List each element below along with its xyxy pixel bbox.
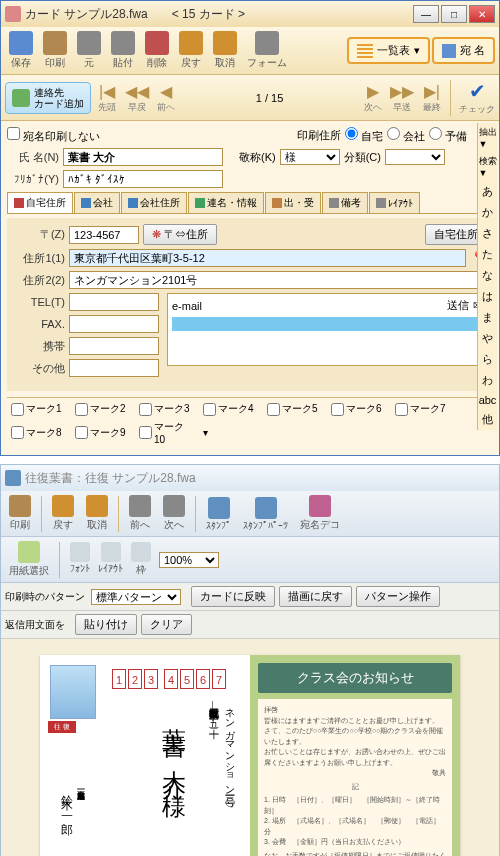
kana-他[interactable]: 他 xyxy=(482,409,493,430)
取消-button[interactable]: 取消 xyxy=(209,29,241,72)
kana-ら[interactable]: ら xyxy=(482,349,493,370)
元-button[interactable]: 元 xyxy=(73,29,105,72)
minimize-button[interactable]: — xyxy=(413,5,439,23)
kana-ま[interactable]: ま xyxy=(482,307,493,328)
cat-select[interactable] xyxy=(385,149,445,165)
addr1-field[interactable] xyxy=(69,249,466,267)
contact-add-button[interactable]: 連絡先 カード追加 xyxy=(5,82,91,114)
kana-な[interactable]: な xyxy=(482,265,493,286)
name-field[interactable] xyxy=(63,148,223,166)
tab-5[interactable]: 備考 xyxy=(322,192,368,213)
tb2-宛名デコ[interactable]: 宛名デコ xyxy=(296,493,344,534)
furi-field[interactable] xyxy=(63,170,223,188)
mark-7-check[interactable]: マーク7 xyxy=(395,402,451,416)
kana-や[interactable]: や xyxy=(482,328,493,349)
kana-わ[interactable]: わ xyxy=(482,370,493,391)
mark-9-check[interactable]: マーク9 xyxy=(75,420,131,445)
削除-button[interactable]: 削除 xyxy=(141,29,173,72)
kana-は[interactable]: は xyxy=(482,286,493,307)
保存-button[interactable]: 保存 xyxy=(5,29,37,72)
window-title: カード サンプル28.fwa < 15 カード > xyxy=(25,6,413,23)
radio-home[interactable]: 自宅 xyxy=(345,127,383,144)
paper-select-button[interactable]: 用紙選択 xyxy=(5,539,53,580)
tab-3[interactable]: 連名・情報 xyxy=(188,192,264,213)
close-button[interactable]: ✕ xyxy=(469,5,495,23)
tb2-取消[interactable]: 取消 xyxy=(82,493,112,534)
addr2-field[interactable] xyxy=(69,271,487,289)
mark-10-check[interactable]: マーク10 xyxy=(139,420,195,445)
stamp xyxy=(50,665,96,719)
tb3-描画に戻す[interactable]: 描画に戻す xyxy=(279,586,352,607)
tb2-前へ[interactable]: 前へ xyxy=(125,493,155,534)
tb2b-ﾚｲｱｳﾄ[interactable]: ﾚｲｱｳﾄ xyxy=(94,540,127,579)
tb2-ｽﾀﾝﾌﾟ[interactable]: ｽﾀﾝﾌﾟ xyxy=(202,495,235,533)
tab-1[interactable]: 会社 xyxy=(74,192,120,213)
postcard-address-side: 往 復 1234567 東京都千代田区葉町三―五―十二 ネンガマンション二一〇一… xyxy=(40,655,250,856)
tb2b-ﾌｫﾝﾄ[interactable]: ﾌｫﾝﾄ xyxy=(66,540,94,579)
mark-dropdown[interactable]: ▾ xyxy=(203,420,223,445)
email-select-row[interactable] xyxy=(172,317,482,331)
tb2-印刷[interactable]: 印刷 xyxy=(5,493,35,534)
title-select[interactable]: 様 xyxy=(280,149,340,165)
fax-field[interactable] xyxy=(69,315,159,333)
tb2-ｽﾀﾝﾌﾟﾊﾟｰﾂ[interactable]: ｽﾀﾝﾌﾟﾊﾟｰﾂ xyxy=(239,495,292,533)
tb2-戻す[interactable]: 戻す xyxy=(48,493,78,534)
search-button[interactable]: 検索▼ xyxy=(479,152,497,181)
view-list-button[interactable]: 一覧表▾ xyxy=(347,37,430,64)
nav-check[interactable]: ✔チェック xyxy=(459,79,495,116)
tab-2[interactable]: 会社住所 xyxy=(121,192,187,213)
tb2b-枠[interactable]: 枠 xyxy=(127,540,155,579)
radio-reserve[interactable]: 予備 xyxy=(429,127,467,144)
mark-3-check[interactable]: マーク3 xyxy=(139,402,195,416)
pattern-select[interactable]: 標準パターン xyxy=(91,589,181,605)
nav-first[interactable]: |◀先頭 xyxy=(97,82,117,114)
email-list[interactable] xyxy=(172,333,482,361)
mark-8-check[interactable]: マーク8 xyxy=(11,420,67,445)
view-name-button[interactable]: 宛 名 xyxy=(432,37,495,64)
zip-4: 5 xyxy=(180,669,194,689)
印刷-button[interactable]: 印刷 xyxy=(39,29,71,72)
kana-あ[interactable]: あ xyxy=(482,181,493,202)
nav-fwd[interactable]: ▶▶早送 xyxy=(388,82,416,114)
other-field[interactable] xyxy=(69,359,159,377)
tab-0[interactable]: 自宅住所 xyxy=(7,192,73,213)
tb2-次へ[interactable]: 次へ xyxy=(159,493,189,534)
tel-field[interactable] xyxy=(69,293,159,311)
mark-5-check[interactable]: マーク5 xyxy=(267,402,323,416)
tab-6[interactable]: ﾚｲｱｳﾄ xyxy=(369,192,420,213)
戻す-button[interactable]: 戻す xyxy=(175,29,207,72)
mark-1-check[interactable]: マーク1 xyxy=(11,402,67,416)
nav-next[interactable]: ▶次へ xyxy=(364,82,382,114)
layout-window: 往復葉書：往復 サンプル28.fwa 印刷戻す取消前へ次へｽﾀﾝﾌﾟｽﾀﾝﾌﾟﾊ… xyxy=(0,464,500,856)
tb3-カードに反映[interactable]: カードに反映 xyxy=(191,586,275,607)
addr2-label: 住所2(2) xyxy=(13,273,65,288)
kana-た[interactable]: た xyxy=(482,244,493,265)
nav-last[interactable]: ▶|最終 xyxy=(422,82,442,114)
tb4-クリア[interactable]: クリア xyxy=(141,614,192,635)
main-toolbar: 保存印刷元貼付削除戻す取消フォーム一覧表▾宛 名 xyxy=(1,27,499,75)
mark-2-check[interactable]: マーク2 xyxy=(75,402,131,416)
toolbar-3: 印刷時のパターン 標準パターン カードに反映描画に戻すパターン操作 xyxy=(1,583,499,611)
tb3-パターン操作[interactable]: パターン操作 xyxy=(356,586,440,607)
zip-lookup-button[interactable]: ❋ 〒⇔住所 xyxy=(143,224,217,245)
tab-4[interactable]: 出・受 xyxy=(265,192,321,213)
nav-back[interactable]: ◀前へ xyxy=(157,82,175,114)
zip-field[interactable] xyxy=(69,226,139,244)
no-print-check[interactable]: 宛名印刷しない xyxy=(7,127,100,144)
kana-か[interactable]: か xyxy=(482,202,493,223)
zoom-select[interactable]: 100% xyxy=(159,552,219,568)
mark-6-check[interactable]: マーク6 xyxy=(331,402,387,416)
nav-prev[interactable]: ◀◀早戻 xyxy=(123,82,151,114)
フォーム-button[interactable]: フォーム xyxy=(243,29,291,72)
postcard[interactable]: 往 復 1234567 東京都千代田区葉町三―五―十二 ネンガマンション二一〇一… xyxy=(40,655,460,856)
maximize-button[interactable]: □ xyxy=(441,5,467,23)
mark-4-check[interactable]: マーク4 xyxy=(203,402,259,416)
tb4-貼り付け[interactable]: 貼り付け xyxy=(75,614,137,635)
貼付-button[interactable]: 貼付 xyxy=(107,29,139,72)
kana-さ[interactable]: さ xyxy=(482,223,493,244)
pc-sender-name: 鈴木 一郎 xyxy=(58,785,75,817)
extract-button[interactable]: 抽出▼ xyxy=(479,123,497,152)
mobile-field[interactable] xyxy=(69,337,159,355)
radio-office[interactable]: 会社 xyxy=(387,127,425,144)
kana-abc[interactable]: abc xyxy=(479,391,497,409)
